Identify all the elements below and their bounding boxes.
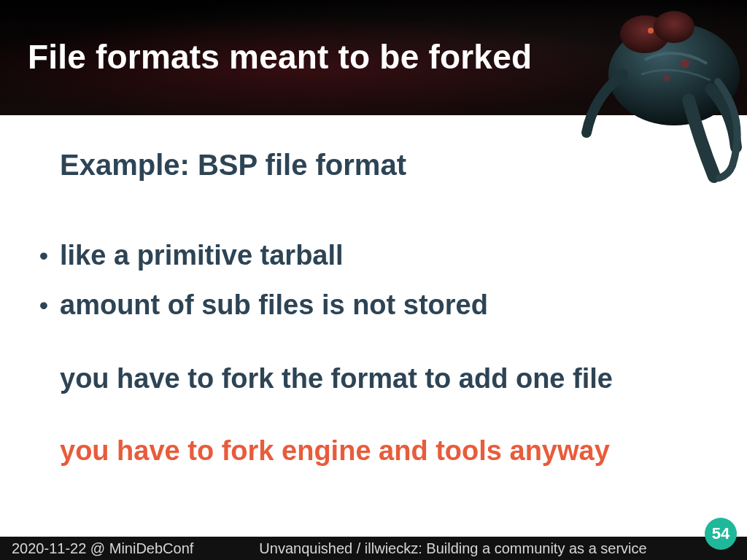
- svg-point-3: [648, 28, 654, 34]
- svg-point-1: [620, 15, 670, 53]
- footer-talk-title: Unvanquished / illwieckz: Building a com…: [259, 540, 646, 557]
- bullet-item: like a primitive tarball: [60, 238, 711, 273]
- svg-point-5: [663, 74, 670, 82]
- page-number-badge: 54: [705, 518, 737, 550]
- example-subtitle: Example: BSP file format: [60, 149, 711, 182]
- slide: File formats meant to be forked: [0, 0, 747, 560]
- svg-point-2: [654, 11, 694, 43]
- slide-header: File formats meant to be forked: [0, 0, 747, 115]
- highlight-line: you have to fork engine and tools anyway: [60, 435, 711, 467]
- bullet-item: amount of sub files is not stored: [60, 288, 711, 323]
- svg-point-4: [681, 59, 689, 68]
- consequence-line: you have to fork the format to add one f…: [60, 363, 711, 394]
- slide-footer: 2020-11-22 @ MiniDebConf Unvanquished / …: [0, 537, 747, 560]
- svg-point-0: [608, 23, 740, 125]
- page-number: 54: [712, 524, 729, 543]
- footer-date-venue: 2020-11-22 @ MiniDebConf: [12, 540, 193, 557]
- bullet-list: like a primitive tarball amount of sub f…: [60, 238, 711, 322]
- slide-body: Example: BSP file format like a primitiv…: [0, 115, 747, 560]
- slide-title: File formats meant to be forked: [28, 37, 532, 77]
